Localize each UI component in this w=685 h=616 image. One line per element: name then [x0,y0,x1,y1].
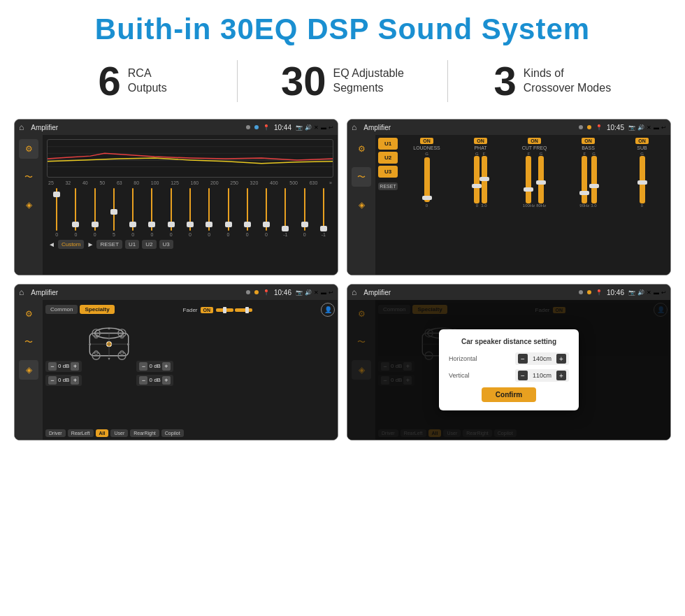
fader-rl-minus[interactable]: − [48,376,57,385]
xover-cutfreq-on[interactable]: ON [528,138,541,144]
xover-sub-on[interactable]: ON [635,138,649,144]
fader-d-pin: 📍 [596,289,603,296]
svg-text:◄: ◄ [88,342,92,346]
eq-slider-11[interactable]: 0 [258,188,275,237]
fader-rr-plus[interactable]: + [162,376,171,385]
eq-u1-btn[interactable]: U1 [125,240,139,249]
dialog-horizontal-minus[interactable]: − [518,354,528,364]
xover-u3-btn[interactable]: U3 [378,166,398,178]
eq-slider-9[interactable]: 0 [219,188,236,237]
eq-slider-3[interactable]: 5 [106,188,122,237]
xover-dot-2 [587,125,591,129]
fader-on-btn[interactable]: ON [201,307,214,313]
eq-slider-14[interactable]: -1 [315,188,332,237]
eq-slider-12[interactable]: -1 [277,188,294,237]
eq-u2-btn[interactable]: U2 [142,240,156,249]
eq-sidebar-filter[interactable]: ⚙ [19,139,38,159]
fader-profile-btn[interactable]: 👤 [321,303,335,317]
volume-icon: 🔊 [305,124,312,131]
dialog-horizontal-control: − 140cm + [515,352,569,365]
fader-sidebar: ⚙ 〜 ◈ [15,300,43,440]
xover-u2-btn[interactable]: U2 [378,152,398,164]
eq-slider-4[interactable]: 0 [124,188,141,237]
eq-slider-8[interactable]: 0 [201,188,217,237]
eq-custom-btn[interactable]: Custom [58,240,85,249]
fader-sidebar-filter[interactable]: ⚙ [19,304,38,324]
dialog-vertical-plus[interactable]: + [556,371,566,380]
fader-all-btn[interactable]: All [96,429,109,437]
fader-sidebar-speaker[interactable]: ◈ [19,360,38,380]
xover-sidebar-wave[interactable]: 〜 [352,167,371,187]
dialog-overlay: Car speaker distance setting Horizontal … [347,300,670,440]
eq-slider-2[interactable]: 0 [87,188,103,237]
home-icon-xover[interactable]: ⌂ [352,122,356,132]
fader-copilot-btn[interactable]: Copilot [161,429,184,437]
fader-db-rear-left: − 0 dB + [45,375,82,386]
xover-phat-on[interactable]: ON [474,138,487,144]
dialog-confirm-button[interactable]: Confirm [482,387,536,402]
fader-tabs: Common Specialty [45,305,115,314]
dialog-vertical-control: − 110cm + [515,369,569,382]
dialog-title: Car speaker distance setting [449,338,569,345]
dialog-vertical-minus[interactable]: − [518,371,528,380]
fader-d-dot-1 [579,290,583,294]
fader-user-btn[interactable]: User [110,429,128,437]
stat-label-crossover: Kinds of Crossover Modes [524,66,611,96]
fader-rl-val: 0 dB [58,377,69,383]
eq-graph [47,139,333,178]
fader-fr-minus[interactable]: − [139,362,147,371]
dialog-horizontal-plus[interactable]: + [556,354,566,364]
fader-rr-val: 0 dB [149,377,160,383]
fader-rearleft-btn[interactable]: RearLeft [68,429,94,437]
eq-sidebar-speaker[interactable]: ◈ [19,195,38,215]
eq-prev-btn[interactable]: ◄ [48,241,55,248]
eq-slider-6[interactable]: 0 [163,188,180,237]
xover-reset-btn[interactable]: RESET [378,182,398,190]
xover-sidebar-speaker[interactable]: ◈ [352,195,371,215]
eq-reset-btn[interactable]: RESET [96,240,122,249]
main-title: Buith-in 30EQ DSP Sound System [14,13,671,46]
home-icon-fader[interactable]: ⌂ [19,287,24,297]
xover-volume-icon: 🔊 [637,124,644,131]
fader-fl-minus[interactable]: − [48,362,57,371]
fader-sidebar-wave[interactable]: 〜 [19,332,38,352]
eq-sidebar-wave[interactable]: 〜 [19,167,38,187]
page-header: Buith-in 30EQ DSP Sound System [0,0,685,53]
eq-slider-13[interactable]: 0 [296,188,312,237]
eq-slider-5[interactable]: 0 [143,188,160,237]
eq-slider-0[interactable]: 0 [48,188,65,237]
eq-slider-10[interactable]: 0 [239,188,256,237]
xover-bass-on[interactable]: ON [582,138,595,144]
fader-pin: 📍 [263,289,270,296]
eq-u3-btn[interactable]: U3 [159,240,173,249]
fader-status-bar: ⌂ Amplifier 📍 10:46 📷 🔊 ✕ ▬ ↩ [15,285,338,300]
xover-loudness-on[interactable]: ON [420,138,433,144]
fader-driver-btn[interactable]: Driver [45,429,66,437]
eq-slider-7[interactable]: 0 [182,188,199,237]
xover-time: 10:45 [607,124,624,131]
fader-fr-plus[interactable]: + [162,362,171,371]
fader-fl-plus[interactable]: + [71,362,79,371]
eq-slider-1[interactable]: 0 [67,188,84,237]
screen-crossover: ⌂ Amplifier 📍 10:45 📷 🔊 ✕ ▬ ↩ ⚙ 〜 ◈ U [347,119,671,275]
xover-presets: U1 U2 U3 RESET [378,138,398,272]
fader-rearright-btn[interactable]: RearRight [130,429,159,437]
fader-d-back-icon: ↩ [661,289,666,296]
fader-close-icon: ✕ [314,289,319,296]
home-icon[interactable]: ⌂ [19,122,24,132]
fader-common-tab[interactable]: Common [45,305,78,314]
fader-rl-plus[interactable]: + [71,376,79,385]
fader-camera-icon: 📷 [296,289,303,296]
fader-specialty-tab[interactable]: Specialty [80,305,114,314]
home-icon-fader-d[interactable]: ⌂ [352,287,356,297]
xover-sidebar-filter[interactable]: ⚙ [352,139,371,159]
eq-next-btn[interactable]: ► [87,241,94,248]
fader-rr-minus[interactable]: − [139,376,147,385]
fader-db-front-left: − 0 dB + [45,361,82,372]
stat-label-rca: RCA Outputs [128,66,167,96]
xover-status-bar: ⌂ Amplifier 📍 10:45 📷 🔊 ✕ ▬ ↩ [347,120,670,135]
eq-body: ⚙ 〜 ◈ 25 32 4 [15,135,338,275]
svg-text:▲: ▲ [108,326,111,330]
xover-u1-btn[interactable]: U1 [378,138,398,150]
fader-time: 10:46 [274,289,291,296]
